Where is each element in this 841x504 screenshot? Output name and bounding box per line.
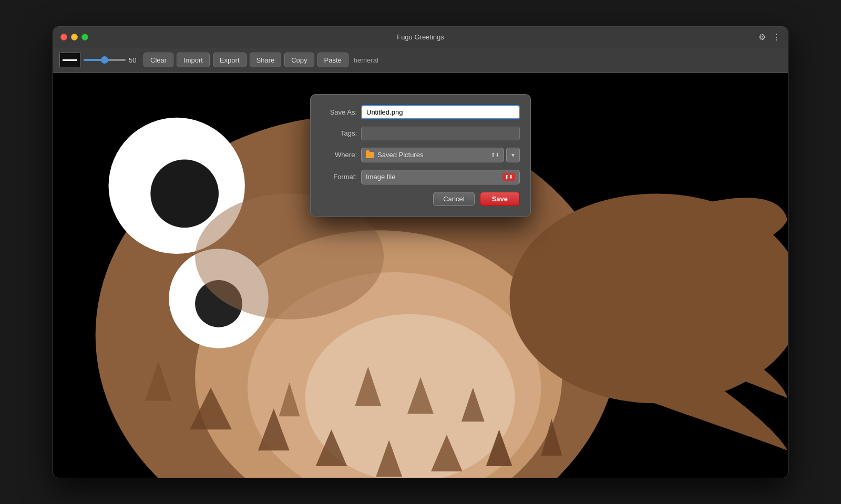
size-slider[interactable]	[84, 59, 126, 61]
format-stepper-icon: ⬆⬇	[502, 173, 515, 181]
close-button[interactable]	[60, 34, 67, 40]
export-button[interactable]: Export	[213, 53, 247, 67]
tags-input[interactable]	[361, 127, 520, 140]
where-expand-button[interactable]: ▾	[506, 148, 520, 162]
minimize-button[interactable]	[71, 34, 78, 40]
save-as-label: Save As:	[321, 108, 357, 116]
where-select[interactable]: Saved Pictures ⬆⬇	[361, 148, 504, 162]
clear-button[interactable]: Clear	[143, 53, 173, 67]
dialog-buttons: Cancel Save	[321, 192, 520, 206]
canvas-area[interactable]: Save As: Tags: Where: Saved Pictures	[53, 73, 788, 478]
save-dialog: Save As: Tags: Where: Saved Pictures	[310, 94, 531, 217]
puzzle-icon[interactable]: ⚙	[758, 32, 766, 42]
format-select[interactable]: Image file ⬆⬇	[361, 170, 520, 184]
window-title: Fugu Greetings	[397, 33, 444, 41]
slider-container: 50	[84, 56, 140, 64]
format-row: Format: Image file ⬆⬇	[321, 170, 520, 184]
where-row: Where: Saved Pictures ⬆⬇ ▾	[321, 148, 520, 162]
save-as-input[interactable]	[361, 105, 520, 119]
where-stepper-icon: ⬆⬇	[491, 152, 499, 158]
save-as-row: Save As:	[321, 105, 520, 119]
share-button[interactable]: Share	[250, 53, 282, 67]
slider-value: 50	[129, 56, 140, 64]
modal-overlay: Save As: Tags: Where: Saved Pictures	[53, 73, 788, 478]
cancel-button[interactable]: Cancel	[433, 192, 474, 206]
where-container: Saved Pictures ⬆⬇ ▾	[361, 148, 520, 162]
where-label: Where:	[321, 151, 357, 159]
pen-preview	[59, 53, 80, 67]
titlebar-right: ⚙ ⋮	[758, 32, 781, 42]
titlebar: Fugu Greetings ⚙ ⋮	[53, 27, 788, 48]
pen-line	[63, 59, 77, 61]
app-window: Fugu Greetings ⚙ ⋮ 50 Clear Import Expor…	[53, 26, 788, 478]
ephemeral-text: hemeral	[354, 56, 378, 64]
tags-label: Tags:	[321, 129, 357, 137]
folder-icon	[366, 152, 374, 158]
copy-button[interactable]: Copy	[284, 53, 314, 67]
maximize-button[interactable]	[81, 34, 88, 40]
chevron-down-icon: ▾	[511, 151, 515, 159]
format-label: Format:	[321, 173, 357, 181]
paste-button[interactable]: Paste	[317, 53, 348, 67]
more-icon[interactable]: ⋮	[772, 32, 781, 42]
traffic-lights	[60, 34, 88, 40]
toolbar: 50 Clear Import Export Share Copy Paste …	[53, 48, 788, 73]
import-button[interactable]: Import	[177, 53, 210, 67]
tags-row: Tags:	[321, 127, 520, 140]
format-value: Image file	[366, 173, 395, 181]
save-button[interactable]: Save	[480, 192, 520, 206]
where-value: Saved Pictures	[377, 151, 423, 159]
